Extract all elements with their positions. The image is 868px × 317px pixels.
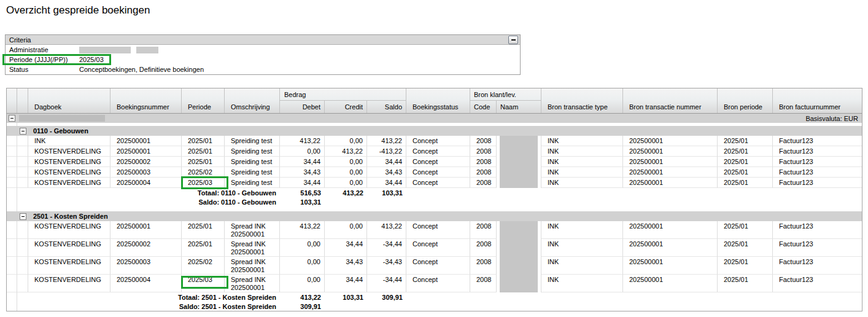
cell-naam <box>497 178 541 188</box>
cell-b <box>17 221 28 239</box>
cell-periode: 2025/01 <box>182 157 225 167</box>
cell-bron_factuurnummer: Factuur123 <box>773 239 862 257</box>
group-collapse-cell <box>17 128 28 135</box>
cell-bron_transactie_type: INK <box>541 157 623 167</box>
cell-a <box>7 178 17 188</box>
header-label: Bron periode <box>724 103 762 111</box>
redacted-name <box>500 146 538 157</box>
header-cell-omschrijving: Omschrijving <box>225 88 280 113</box>
cell-bron_periode: 2025/01 <box>718 157 773 167</box>
header-label: Naam <box>500 103 518 111</box>
redacted-name <box>500 275 538 292</box>
cell-debet: 0,00 <box>280 146 325 157</box>
cell-saldo: 413,22 <box>367 136 406 146</box>
cell-boekingsnummer: 202500002 <box>110 239 182 257</box>
cell-bron_transactie_type: INK <box>541 275 623 292</box>
band-collapse-cell <box>7 115 17 122</box>
cell-bron_factuurnummer: Factuur123 <box>773 178 862 188</box>
cell-periode: 2025/01 <box>182 221 225 239</box>
total-saldo <box>367 197 406 206</box>
criteria-row-status: Status Conceptboekingen, Definitieve boe… <box>6 65 520 74</box>
cell-bron_transactie_nummer: 202500001 <box>623 275 718 292</box>
cell-bron_factuurnummer: Factuur123 <box>773 167 862 178</box>
header-label: Debet <box>303 103 320 111</box>
cell-credit: 0,00 <box>325 221 367 239</box>
header-group-bron-klantlev-columns: Code Naam <box>470 101 541 113</box>
cell-naam <box>497 157 541 167</box>
cell-bron_periode: 2025/01 <box>718 146 773 157</box>
total-saldo: 309,91 <box>367 292 406 302</box>
header-label: Credit <box>345 103 363 111</box>
collapse-criteria-button[interactable] <box>508 36 518 44</box>
table-row: KOSTENVERDELING2025000032025/02Spread IN… <box>7 257 862 275</box>
cell-a <box>7 275 17 292</box>
total-indent <box>7 188 17 197</box>
header-cell-bron-transactie-type: Bron transactie type <box>541 88 623 113</box>
header-cell-debet: Debet <box>280 101 325 113</box>
table-header: Dagboek Boekingsnummer Periode Omschrijv… <box>7 88 862 114</box>
collapse-group-icon[interactable] <box>20 213 26 220</box>
cell-debet: 0,00 <box>280 275 325 292</box>
cell-debet: 0,00 <box>280 257 325 275</box>
group-total-row: Totaal: 0110 - Gebouwen516,53413,22103,3… <box>7 188 862 197</box>
spacer-indent <box>7 206 17 211</box>
cell-b <box>17 157 28 167</box>
redacted-text <box>79 47 131 53</box>
basisvaluta-label: Basisvaluta: EUR <box>805 115 862 122</box>
redacted-name <box>500 157 538 167</box>
bookings-table: Dagboek Boekingsnummer Periode Omschrijv… <box>6 88 862 311</box>
table-row: KOSTENVERDELING2025000042025/03Spread IN… <box>7 275 862 292</box>
collapse-group-icon[interactable] <box>20 128 26 135</box>
cell-bron_factuurnummer: Factuur123 <box>773 136 862 146</box>
header-cell-bron-transactie-nummer: Bron transactie nummer <box>623 88 718 113</box>
cell-dagboek: KOSTENVERDELING <box>28 257 110 275</box>
cell-dagboek: KOSTENVERDELING <box>28 239 110 257</box>
cell-credit: 0,00 <box>325 178 367 188</box>
spacer-row <box>7 206 862 211</box>
header-cell-dagboek: Dagboek <box>28 88 110 113</box>
cell-omschrijving: Spread INK 202500001 <box>225 275 280 292</box>
administratie-value-redacted <box>79 46 158 54</box>
cell-a <box>7 146 17 157</box>
header-group-bron-klantlev-label: Bron klant/lev. <box>470 88 541 101</box>
total-indent <box>7 292 17 302</box>
table-row: KOSTENVERDELING2025000042025/03Spreiding… <box>7 178 862 188</box>
cell-code: 2008 <box>470 167 497 178</box>
cell-bron_transactie_nummer: 202500001 <box>623 178 718 188</box>
cell-credit: 0,00 <box>325 136 367 146</box>
cell-bron_transactie_type: INK <box>541 167 623 178</box>
cell-bron_transactie_nummer: 202500001 <box>623 257 718 275</box>
cell-bron_factuurnummer: Factuur123 <box>773 146 862 157</box>
table-row: KOSTENVERDELING2025000032025/02Spreiding… <box>7 167 862 178</box>
header-cell-naam: Naam <box>497 101 541 113</box>
header-label: Bron transactie type <box>548 103 608 111</box>
criteria-header: Criteria <box>6 35 520 45</box>
cell-bron_periode: 2025/01 <box>718 178 773 188</box>
redacted-name <box>500 239 538 257</box>
total-label: Saldo: 2501 - Kosten Spreiden <box>28 302 280 311</box>
total-debet: 103,31 <box>280 197 325 206</box>
highlight-box <box>181 276 228 289</box>
criteria-label: Administratie <box>6 46 79 53</box>
cell-boekingsnummer: 202500003 <box>110 167 182 178</box>
header-group-bedrag: Bedrag Debet Credit Saldo <box>280 88 406 113</box>
total-label: Totaal: 0110 - Gebouwen <box>28 188 280 197</box>
header-label: Bron transactie nummer <box>629 103 701 111</box>
table-row: INK2025000012025/01Spreiding test413,220… <box>7 136 862 146</box>
redacted-name <box>500 167 538 178</box>
cell-bron_transactie_type: INK <box>541 178 623 188</box>
cell-saldo: -34,44 <box>367 275 406 292</box>
header-cell-boekingsnummer: Boekingsnummer <box>110 88 182 113</box>
cell-credit: 34,43 <box>325 257 367 275</box>
cell-a <box>7 157 17 167</box>
criteria-label: Status <box>6 66 79 73</box>
total-credit <box>325 302 367 311</box>
cell-omschrijving: Spreiding test <box>225 157 280 167</box>
cell-periode: 2025/02 <box>182 167 225 178</box>
header-cell-boekingsstatus: Boekingsstatus <box>406 88 470 113</box>
cell-b <box>17 146 28 157</box>
cell-boekingsstatus: Concept <box>406 275 470 292</box>
header-group-bedrag-label: Bedrag <box>280 88 406 101</box>
cell-boekingsnummer: 202500004 <box>110 178 182 188</box>
collapse-all-icon[interactable] <box>9 115 15 122</box>
